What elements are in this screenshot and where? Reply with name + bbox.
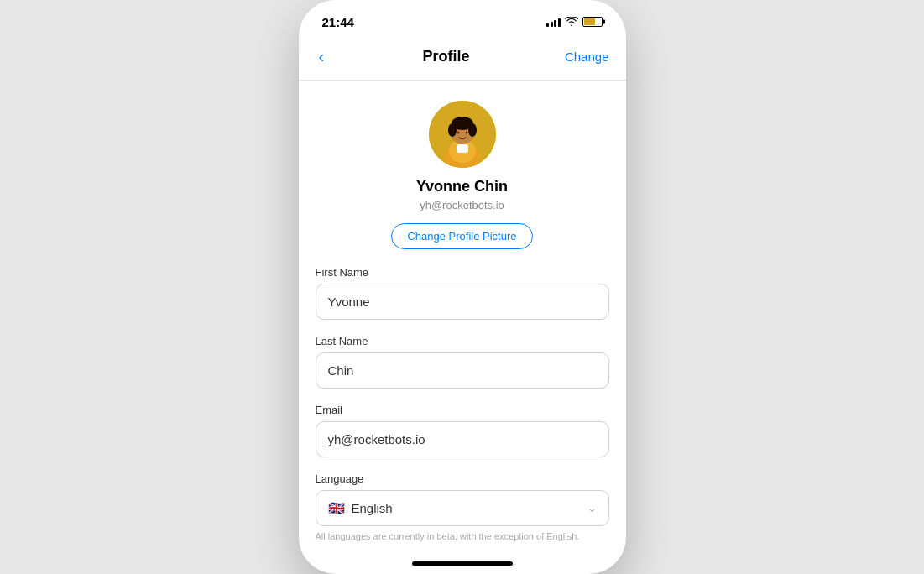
user-name: Yvonne Chin: [416, 178, 508, 196]
wifi-icon: [565, 17, 578, 27]
page-title: Profile: [423, 48, 470, 65]
language-note: All languages are currently in beta, wit…: [316, 531, 609, 541]
change-profile-picture-button[interactable]: Change Profile Picture: [391, 223, 532, 249]
home-indicator: [299, 555, 626, 574]
email-label: Email: [316, 404, 609, 416]
last-name-input[interactable]: [316, 352, 609, 389]
phone-frame: 21:44 ‹ Profile Change: [299, 0, 626, 574]
status-bar: 21:44: [299, 0, 626, 37]
home-bar: [412, 561, 513, 566]
user-email: yh@rocketbots.io: [420, 199, 504, 211]
status-time: 21:44: [322, 15, 354, 29]
email-input[interactable]: [316, 421, 609, 457]
avatar: [429, 101, 496, 168]
nav-bar: ‹ Profile Change: [299, 37, 626, 81]
last-name-label: Last Name: [316, 335, 609, 347]
language-group: Language 🇬🇧 English ⌄ All languages are …: [316, 472, 609, 541]
first-name-input[interactable]: [316, 284, 609, 320]
change-button[interactable]: Change: [565, 50, 609, 64]
svg-point-7: [468, 123, 477, 137]
chevron-down-icon: ⌄: [587, 502, 597, 514]
last-name-group: Last Name: [316, 335, 609, 389]
language-value: English: [352, 501, 393, 515]
first-name-group: First Name: [316, 266, 609, 320]
language-select-left: 🇬🇧 English: [328, 500, 393, 516]
avatar-section: Yvonne Chin yh@rocketbots.io Change Prof…: [316, 101, 609, 249]
language-select[interactable]: 🇬🇧 English ⌄: [316, 490, 609, 526]
battery-icon: [582, 17, 603, 27]
language-label: Language: [316, 472, 609, 485]
email-group: Email: [316, 404, 609, 457]
svg-point-8: [457, 132, 459, 134]
language-flag-icon: 🇬🇧: [328, 500, 345, 516]
avatar-image: [429, 101, 496, 168]
svg-rect-3: [457, 144, 468, 153]
svg-point-6: [448, 123, 457, 137]
back-button[interactable]: ‹: [316, 44, 328, 70]
first-name-label: First Name: [316, 266, 609, 279]
status-icons: [546, 17, 603, 27]
signal-icon: [546, 17, 561, 27]
svg-point-9: [465, 132, 467, 134]
content-area: Yvonne Chin yh@rocketbots.io Change Prof…: [299, 81, 626, 555]
battery-fill: [584, 18, 595, 25]
